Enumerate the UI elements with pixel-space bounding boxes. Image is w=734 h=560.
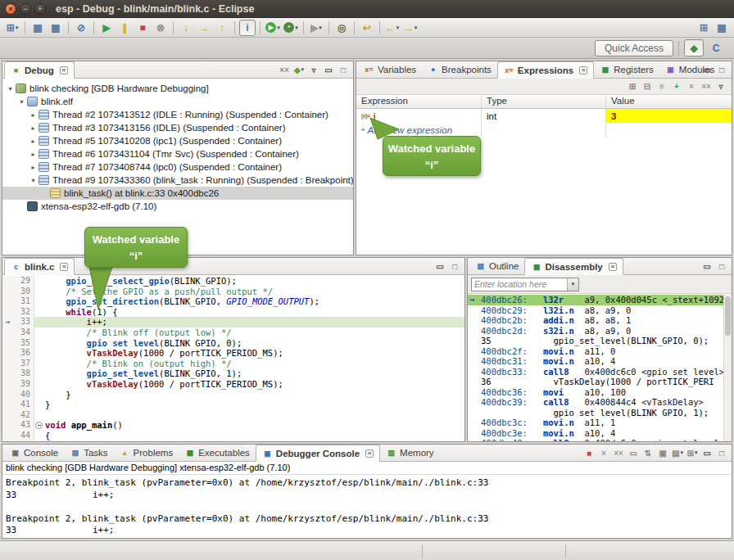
tab-disassembly[interactable]: ▦Disassembly× — [524, 258, 623, 275]
code-text[interactable]: /* Blink on (output high) */ — [43, 359, 464, 369]
tab-blink-c[interactable]: cblink.c× — [4, 258, 75, 275]
disassembly-scrollbar[interactable] — [723, 295, 732, 441]
disconnect-button[interactable]: ⊗ — [152, 20, 169, 36]
code-text[interactable]: } — [43, 390, 464, 400]
remove-all-terminated-icon[interactable]: ×× — [277, 63, 292, 77]
tab-variables[interactable]: x=Variables — [358, 61, 422, 78]
dropdown-arrow-icon[interactable]: ▾ — [295, 25, 298, 31]
dropdown-arrow-icon[interactable]: ▾ — [16, 25, 19, 31]
step-over-button[interactable]: → — [196, 20, 212, 36]
code-text[interactable]: gpio_set_level(BLINK_GPIO, 1); — [43, 368, 464, 379]
terminate-icon[interactable]: ■ — [582, 446, 596, 460]
launch-configuration-icon[interactable]: ◆▾ — [292, 63, 306, 77]
close-icon[interactable]: × — [365, 449, 374, 458]
annotation-ruler[interactable] — [2, 338, 13, 349]
column-type[interactable]: Type — [482, 95, 606, 108]
last-edit-location-button[interactable]: ↩ — [359, 20, 375, 36]
dropdown-arrow-icon[interactable]: ▾ — [319, 25, 322, 31]
annotation-ruler[interactable] — [2, 379, 13, 390]
code-text[interactable]: vTaskDelay(1000 / portTICK_PERIOD_MS); — [43, 379, 464, 390]
fold-minus-icon[interactable] — [34, 420, 43, 431]
expression-row[interactable]: (x)=iint3 — [356, 109, 732, 123]
annotation-ruler[interactable] — [2, 400, 13, 410]
location-combo[interactable]: Enter location here ▾ — [471, 278, 579, 291]
remove-all-expressions-icon[interactable]: ×× — [699, 79, 714, 93]
save-all-button[interactable]: ▩ — [48, 20, 64, 36]
window-close-button[interactable]: × — [5, 3, 16, 15]
maximize-icon[interactable]: □ — [714, 63, 729, 77]
annotation-ruler[interactable] — [2, 431, 13, 441]
debug-tree-item[interactable]: ▸Thread #5 1073410208 (ipc1) (Suspended … — [2, 134, 353, 147]
terminate-button[interactable]: ■ — [134, 20, 151, 36]
dropdown-arrow-icon[interactable]: ▾ — [415, 25, 418, 31]
instruction-stepping-button[interactable]: i — [239, 20, 256, 36]
debug-tree-item[interactable]: ▸Thread #7 1073408744 (ipc0) (Suspended … — [2, 160, 353, 174]
dropdown-arrow-icon[interactable]: ▾ — [396, 25, 400, 31]
expander-icon[interactable]: ▸ — [29, 138, 38, 145]
maximize-icon[interactable]: □ — [714, 260, 729, 273]
quick-access-button[interactable]: Quick Access — [595, 40, 673, 56]
dropdown-arrow-icon[interactable]: ▾ — [277, 25, 280, 31]
chevron-down-icon[interactable]: ▾ — [567, 278, 578, 291]
remove-all-launches-icon[interactable]: ×× — [611, 446, 626, 460]
external-tools-button[interactable]: ▶▾ — [308, 20, 324, 36]
suspend-button[interactable]: ∥ — [116, 20, 133, 36]
dropdown-arrow-icon[interactable]: ▾ — [301, 66, 305, 73]
expander-icon[interactable]: ▸ — [29, 124, 38, 132]
dropdown-arrow-icon[interactable]: ▾ — [695, 449, 698, 456]
debug-tree-item[interactable]: ▾blink checking [GDB Hardware Debugging] — [2, 82, 353, 95]
expander-icon[interactable]: ▾ — [29, 177, 38, 184]
save-button[interactable]: ▦ — [29, 20, 46, 36]
tab-memory[interactable]: ▥Memory — [380, 444, 440, 461]
annotation-ruler[interactable] — [2, 420, 13, 431]
scroll-lock-icon[interactable]: ⇅ — [641, 446, 655, 460]
pin-console-icon[interactable]: ▣ — [655, 446, 670, 460]
annotation-ruler[interactable] — [2, 368, 13, 379]
type-cell[interactable] — [482, 123, 606, 137]
show-type-names-icon[interactable]: ⊞ — [625, 79, 640, 93]
dropdown-arrow-icon[interactable]: ▾ — [680, 449, 683, 456]
column-value[interactable]: Value — [606, 95, 732, 108]
minimize-icon[interactable]: ▭ — [700, 260, 714, 273]
minimize-icon[interactable]: ▭ — [700, 446, 714, 460]
display-selected-console-icon[interactable]: ▤▾ — [670, 446, 685, 460]
run-button[interactable]: ▶▾ — [265, 20, 281, 36]
debug-tree-item[interactable]: xtensa-esp32-elf-gdb (7.10) — [2, 200, 353, 213]
close-icon[interactable]: × — [609, 263, 617, 271]
annotation-ruler[interactable] — [2, 307, 13, 318]
value-cell[interactable] — [606, 123, 732, 137]
expander-icon[interactable]: ▸ — [29, 111, 38, 119]
minimize-icon[interactable]: ▭ — [321, 63, 336, 77]
annotation-ruler[interactable] — [2, 441, 13, 442]
tab-outline[interactable]: ▤Outline — [469, 257, 524, 274]
maximize-icon[interactable]: □ — [714, 446, 729, 460]
annotation-ruler[interactable] — [2, 296, 13, 307]
view-menu-icon[interactable]: ▿ — [306, 63, 321, 77]
annotation-ruler[interactable] — [2, 327, 13, 338]
expander-icon[interactable]: ▸ — [29, 164, 38, 171]
expander-icon[interactable]: ▾ — [17, 98, 26, 106]
resume-button[interactable]: ▶ — [98, 20, 115, 36]
tab-expressions[interactable]: x=Expressions× — [497, 61, 594, 79]
show-logical-structure-icon[interactable]: ⊟ — [640, 79, 655, 93]
code-editor[interactable]: 29 gpio_pad_select_gpio(BLINK_GPIO);30 /… — [2, 276, 464, 441]
type-cell[interactable]: int — [482, 109, 606, 123]
add-expression-icon[interactable]: + — [669, 79, 684, 93]
current-instruction-pointer-icon[interactable]: → — [2, 317, 13, 327]
column-expression[interactable]: Expression — [356, 95, 482, 108]
tab-debug[interactable]: ■Debug× — [4, 61, 75, 79]
code-text[interactable]: void app_main() — [43, 420, 464, 431]
maximize-icon[interactable]: □ — [336, 63, 351, 77]
remove-expression-icon[interactable]: × — [684, 79, 699, 93]
debug-button[interactable]: *▾ — [283, 20, 299, 36]
code-text[interactable]: vTaskDelay(1000 / portTICK_PERIOD_MS); — [43, 348, 464, 359]
annotation-ruler[interactable] — [2, 287, 13, 297]
close-icon[interactable]: × — [60, 66, 68, 75]
code-text[interactable]: /* Blink off (output low) */ — [43, 327, 464, 338]
close-icon[interactable]: × — [60, 263, 68, 271]
tab-executables[interactable]: ▦Executables — [179, 444, 256, 461]
code-text[interactable] — [43, 410, 464, 421]
code-text[interactable]: { — [43, 431, 464, 441]
minimize-icon[interactable]: ▭ — [700, 63, 714, 77]
debug-tree-item[interactable]: ▾Thread #9 1073433360 (blink_task : Runn… — [2, 174, 353, 187]
